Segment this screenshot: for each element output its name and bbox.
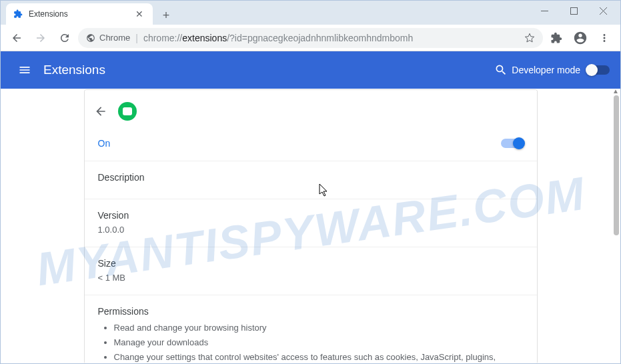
permissions-list: Read and change your browsing history Ma… [114, 322, 524, 363]
developer-mode-toggle[interactable] [587, 65, 610, 75]
tab-strip: Extensions ✕ + [1, 1, 530, 25]
window-controls [530, 1, 618, 21]
new-tab-button[interactable]: + [157, 6, 175, 25]
site-info-icon[interactable]: Chrome [86, 33, 130, 43]
size-label: Size [98, 258, 524, 269]
description-label: Description [98, 172, 524, 183]
developer-mode-control: Developer mode [512, 65, 610, 75]
description-section: Description [85, 161, 537, 199]
tab-title: Extensions [29, 9, 133, 19]
forward-button[interactable] [30, 27, 51, 49]
hamburger-menu-icon[interactable] [11, 57, 38, 83]
permissions-section: Permissions Read and change your browsin… [85, 295, 537, 363]
url-text: chrome://extensions/?id=pgnacegkeojadnhn… [143, 33, 519, 43]
svg-rect-0 [541, 11, 548, 11]
version-label: Version [98, 210, 524, 221]
extensions-icon[interactable] [546, 27, 567, 49]
scrollbar-thumb[interactable] [614, 95, 619, 235]
size-section: Size < 1 MB [85, 247, 537, 295]
back-button[interactable] [6, 27, 27, 49]
window-titlebar: Extensions ✕ + [1, 1, 620, 25]
on-label: On [98, 138, 111, 149]
browser-toolbar: Chrome | chrome://extensions/?id=pgnaceg… [1, 25, 620, 51]
profile-avatar-icon[interactable] [570, 27, 591, 49]
close-tab-icon[interactable]: ✕ [133, 9, 146, 19]
card-header [85, 90, 537, 129]
extension-detail-card: On Description Version 1.0.0.0 Size < 1 … [84, 89, 538, 363]
permissions-label: Permissions [98, 306, 524, 317]
address-bar[interactable]: Chrome | chrome://extensions/?id=pgnaceg… [78, 28, 543, 48]
close-window-button[interactable] [588, 1, 618, 20]
content-area: On Description Version 1.0.0.0 Size < 1 … [1, 89, 620, 363]
separator: | [135, 33, 138, 43]
scroll-up-icon[interactable]: ▲ [612, 89, 619, 95]
secure-label: Chrome [99, 33, 130, 43]
permission-item: Change your settings that control websit… [114, 351, 524, 363]
permission-item: Manage your downloads [114, 337, 524, 349]
page-title: Extensions [43, 63, 105, 77]
version-section: Version 1.0.0.0 [85, 199, 537, 247]
minimize-button[interactable] [530, 1, 559, 20]
search-icon[interactable] [490, 59, 512, 81]
kebab-menu-icon[interactable] [594, 27, 615, 49]
maximize-button[interactable] [559, 1, 588, 20]
enable-row: On [85, 129, 537, 161]
developer-mode-label: Developer mode [512, 65, 580, 75]
version-value: 1.0.0.0 [98, 225, 524, 235]
puzzle-piece-icon [13, 9, 23, 19]
svg-rect-1 [570, 7, 577, 14]
browser-tab[interactable]: Extensions ✕ [6, 3, 153, 25]
back-arrow-icon[interactable] [93, 103, 109, 119]
bookmark-star-icon[interactable] [524, 33, 535, 43]
extension-icon [118, 102, 137, 121]
extensions-header: Extensions Developer mode [1, 51, 620, 89]
enable-toggle[interactable] [501, 139, 524, 148]
size-value: < 1 MB [98, 273, 524, 283]
permission-item: Read and change your browsing history [114, 322, 524, 334]
reload-button[interactable] [54, 27, 75, 49]
